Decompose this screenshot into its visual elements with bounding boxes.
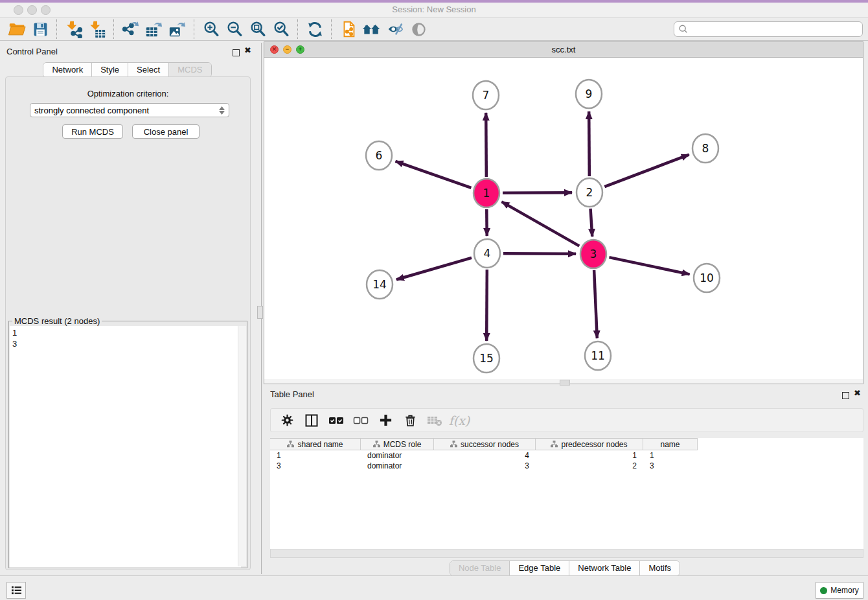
window-close-button[interactable] bbox=[14, 5, 23, 15]
column-header-MCDS-role[interactable]: MCDS role bbox=[361, 438, 434, 450]
graph-node-8[interactable]: 8 bbox=[692, 134, 718, 163]
edge-1-7[interactable] bbox=[486, 113, 486, 177]
graph-node-11[interactable]: 11 bbox=[585, 341, 611, 370]
apply-style-button[interactable] bbox=[383, 19, 407, 40]
birdseye-view-button[interactable] bbox=[407, 19, 430, 40]
graph-node-6[interactable]: 6 bbox=[366, 141, 392, 170]
mcds-result-text[interactable]: 1 3 bbox=[10, 326, 241, 568]
zoom-fit-button[interactable] bbox=[246, 19, 269, 40]
zoom-out-button[interactable] bbox=[223, 19, 246, 40]
edge-3-10[interactable] bbox=[609, 257, 689, 274]
edge-2-9[interactable] bbox=[589, 111, 589, 176]
edge-2-8[interactable] bbox=[604, 155, 689, 187]
birdseye-view-icon bbox=[410, 21, 428, 38]
graph-node-1[interactable]: 1 bbox=[474, 179, 499, 207]
status-bar: Memory bbox=[0, 575, 868, 600]
zoom-out-icon bbox=[225, 20, 244, 38]
split-columns-button[interactable] bbox=[301, 411, 323, 430]
zoom-selected-icon bbox=[272, 20, 290, 38]
graph-node-9[interactable]: 9 bbox=[576, 80, 602, 108]
refresh-button[interactable] bbox=[303, 19, 326, 40]
tab-motifs[interactable]: Motifs bbox=[640, 561, 680, 575]
zoom-fit-icon bbox=[249, 20, 267, 38]
zoom-selected-button[interactable] bbox=[269, 19, 293, 40]
table-row[interactable]: 3dominator323 bbox=[270, 461, 698, 471]
run-mcds-button[interactable]: Run MCDS bbox=[62, 124, 123, 139]
save-session-button[interactable] bbox=[29, 19, 52, 40]
network-graph[interactable]: 7968124314101511 bbox=[264, 58, 863, 379]
export-network-icon bbox=[122, 20, 140, 38]
network-close-button[interactable]: ✕ bbox=[270, 45, 279, 54]
vertical-splitter-grip[interactable] bbox=[257, 306, 263, 319]
export-table-button[interactable] bbox=[143, 19, 166, 40]
graph-node-7[interactable]: 7 bbox=[473, 81, 499, 110]
search-input[interactable] bbox=[689, 23, 862, 36]
edge-1-6[interactable] bbox=[395, 161, 471, 188]
add-column-button[interactable] bbox=[374, 411, 396, 430]
open-session-button[interactable] bbox=[5, 19, 29, 40]
tab-network-table[interactable]: Network Table bbox=[569, 561, 640, 575]
graph-node-2[interactable]: 2 bbox=[577, 178, 602, 207]
graph-node-15[interactable]: 15 bbox=[474, 344, 499, 373]
unselect-all-columns-button[interactable] bbox=[350, 411, 372, 430]
memory-button[interactable]: Memory bbox=[816, 582, 863, 599]
close-panel-icon[interactable]: ✖ bbox=[244, 45, 251, 55]
toolbar-separator bbox=[331, 19, 332, 39]
edge-4-3[interactable] bbox=[503, 253, 576, 254]
table-body: 1dominator4113dominator323 bbox=[270, 450, 698, 471]
column-header-predecessor-nodes[interactable]: predecessor nodes bbox=[536, 438, 643, 450]
split-columns-icon bbox=[304, 413, 319, 428]
close-panel-button[interactable]: Close panel bbox=[132, 124, 200, 139]
select-all-columns-button[interactable] bbox=[325, 411, 347, 430]
float-table-panel-icon[interactable] bbox=[842, 390, 849, 402]
tab-mcds[interactable]: MCDS bbox=[169, 63, 211, 77]
graph-node-14[interactable]: 14 bbox=[367, 270, 393, 299]
tab-select[interactable]: Select bbox=[128, 63, 169, 77]
edge-2-3[interactable] bbox=[591, 209, 593, 237]
edge-1-2[interactable] bbox=[503, 192, 572, 193]
export-image-button[interactable] bbox=[166, 19, 189, 40]
memory-status-icon bbox=[820, 587, 827, 594]
tab-network[interactable]: Network bbox=[43, 63, 92, 77]
graph-node-3[interactable]: 3 bbox=[580, 240, 606, 268]
trash-icon bbox=[404, 413, 417, 427]
column-header-successor-nodes[interactable]: successor nodes bbox=[434, 438, 536, 450]
float-panel-icon[interactable] bbox=[233, 47, 240, 59]
network-minimize-button[interactable]: − bbox=[283, 45, 291, 54]
column-header-name[interactable]: name bbox=[643, 438, 698, 450]
column-header-shared-name[interactable]: shared name bbox=[270, 438, 361, 450]
criterion-dropdown[interactable]: strongly connected component bbox=[30, 103, 229, 117]
zoom-in-button[interactable] bbox=[200, 19, 223, 40]
edge-4-15[interactable] bbox=[486, 270, 487, 341]
tab-node-table[interactable]: Node Table bbox=[450, 561, 510, 575]
horizontal-splitter-grip[interactable] bbox=[560, 380, 570, 386]
window-minimize-button[interactable] bbox=[27, 5, 37, 15]
table-settings-button[interactable] bbox=[276, 411, 298, 430]
import-network-button[interactable] bbox=[62, 19, 86, 40]
close-table-panel-icon[interactable]: ✖ bbox=[854, 388, 861, 398]
search-field[interactable] bbox=[674, 21, 863, 37]
graph-node-4[interactable]: 4 bbox=[474, 239, 500, 268]
network-maximize-button[interactable]: + bbox=[296, 45, 304, 54]
duplicate-network-button[interactable] bbox=[337, 19, 360, 40]
table-row[interactable]: 1dominator411 bbox=[270, 450, 698, 461]
tab-edge-table[interactable]: Edge Table bbox=[510, 561, 569, 575]
window-zoom-button[interactable] bbox=[41, 5, 51, 15]
edge-4-14[interactable] bbox=[396, 258, 472, 280]
table-horizontal-scrollbar[interactable] bbox=[270, 549, 863, 558]
graph-node-10[interactable]: 10 bbox=[694, 264, 720, 292]
toolbar-separator bbox=[297, 19, 299, 39]
table-cell: dominator bbox=[361, 450, 434, 461]
delete-table-button bbox=[424, 411, 446, 430]
network-canvas[interactable]: 7968124314101511 bbox=[264, 58, 863, 379]
import-table-button[interactable] bbox=[86, 19, 109, 40]
edge-3-1[interactable] bbox=[501, 202, 579, 246]
tab-style[interactable]: Style bbox=[92, 63, 128, 77]
result-scrollbar[interactable] bbox=[238, 326, 246, 566]
export-network-button[interactable] bbox=[119, 19, 143, 40]
network-window-titlebar[interactable]: ✕ − + scc.txt bbox=[264, 42, 863, 58]
task-history-button[interactable] bbox=[6, 582, 26, 599]
edge-3-11[interactable] bbox=[594, 270, 597, 338]
home-button[interactable] bbox=[360, 19, 383, 40]
delete-column-button[interactable] bbox=[399, 411, 421, 430]
